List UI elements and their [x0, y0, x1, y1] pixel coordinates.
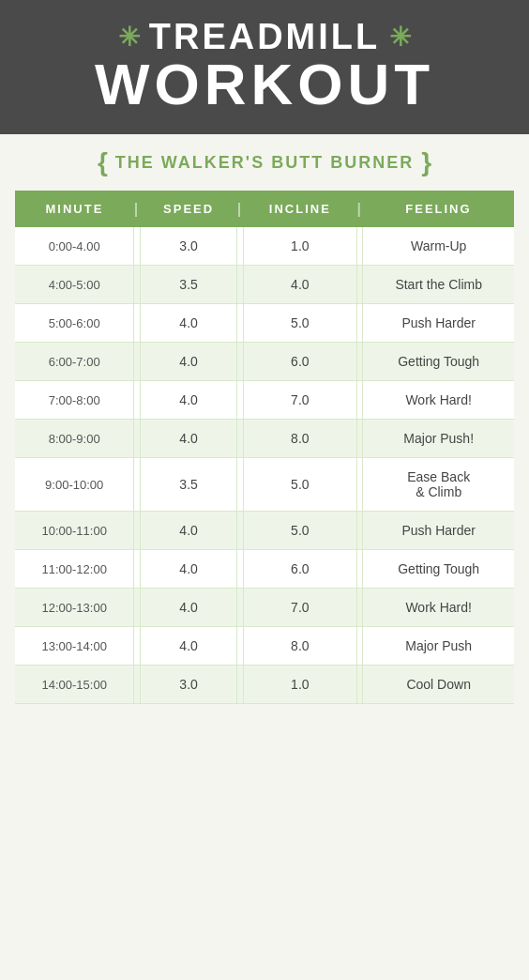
table-row: 8:00-9:004.08.0Major Push! [15, 420, 514, 458]
cell-feeling: Start the Climb [363, 266, 514, 304]
cell-incline: 6.0 [243, 343, 356, 381]
table-row: 4:00-5:003.54.0Start the Climb [15, 266, 514, 304]
col-minute: MINUTE [15, 191, 134, 227]
cell-incline: 1.0 [243, 227, 356, 266]
asterisk-left-icon: ✳ [118, 22, 140, 53]
cell-minute: 7:00-8:00 [15, 381, 134, 420]
cell-speed: 4.0 [140, 589, 236, 627]
cell-speed: 4.0 [140, 550, 236, 589]
cell-speed: 4.0 [140, 304, 236, 343]
table-row: 6:00-7:004.06.0Getting Tough [15, 343, 514, 381]
cell-feeling: Work Hard! [363, 381, 514, 420]
cell-minute: 4:00-5:00 [15, 266, 134, 304]
table-row: 7:00-8:004.07.0Work Hard! [15, 381, 514, 420]
subtitle-text: THE WALKER'S BUTT BURNER [115, 153, 414, 173]
workout-table: MINUTE | SPEED | INCLINE | FEELING 0:00-… [15, 191, 514, 704]
subtitle-inner: { THE WALKER'S BUTT BURNER } [19, 147, 510, 177]
workout-table-container: MINUTE | SPEED | INCLINE | FEELING 0:00-… [0, 191, 529, 723]
header-section: ✳ TREADMILL ✳ WORKOUT [0, 0, 529, 134]
cell-minute: 14:00-15:00 [15, 666, 134, 704]
cell-incline: 7.0 [243, 589, 356, 627]
cell-speed: 4.0 [140, 627, 236, 666]
table-body: 0:00-4.003.01.0Warm-Up4:00-5:003.54.0Sta… [15, 227, 514, 704]
subtitle-bar: { THE WALKER'S BUTT BURNER } [0, 134, 529, 191]
asterisk-right-icon: ✳ [389, 22, 411, 53]
cell-minute: 10:00-11:00 [15, 512, 134, 550]
cell-minute: 6:00-7:00 [15, 343, 134, 381]
table-row: 14:00-15:003.01.0Cool Down [15, 666, 514, 704]
cell-incline: 8.0 [243, 627, 356, 666]
cell-feeling: Getting Tough [363, 343, 514, 381]
cell-incline: 7.0 [243, 381, 356, 420]
cell-feeling: Getting Tough [363, 550, 514, 589]
cell-feeling: Major Push [363, 627, 514, 666]
table-row: 12:00-13:004.07.0Work Hard! [15, 589, 514, 627]
col-incline: INCLINE [243, 191, 356, 227]
cell-minute: 9:00-10:00 [15, 458, 134, 512]
cell-minute: 8:00-9:00 [15, 420, 134, 458]
col-speed: SPEED [140, 191, 236, 227]
table-row: 11:00-12:004.06.0Getting Tough [15, 550, 514, 589]
brace-left-icon: { [98, 147, 108, 177]
cell-feeling: Push Harder [363, 304, 514, 343]
cell-minute: 0:00-4.00 [15, 227, 134, 266]
table-header-row: MINUTE | SPEED | INCLINE | FEELING [15, 191, 514, 227]
cell-incline: 4.0 [243, 266, 356, 304]
table-row: 5:00-6:004.05.0Push Harder [15, 304, 514, 343]
cell-feeling: Work Hard! [363, 589, 514, 627]
cell-incline: 5.0 [243, 304, 356, 343]
table-row: 0:00-4.003.01.0Warm-Up [15, 227, 514, 266]
cell-feeling: Major Push! [363, 420, 514, 458]
title-workout: WORKOUT [19, 55, 510, 114]
cell-feeling: Cool Down [363, 666, 514, 704]
cell-feeling: Warm-Up [363, 227, 514, 266]
cell-speed: 4.0 [140, 381, 236, 420]
col-feeling: FEELING [363, 191, 514, 227]
cell-incline: 1.0 [243, 666, 356, 704]
cell-minute: 12:00-13:00 [15, 589, 134, 627]
brace-right-icon: } [421, 147, 431, 177]
table-row: 9:00-10:003.55.0Ease Back & Climb [15, 458, 514, 512]
cell-feeling: Ease Back & Climb [363, 458, 514, 512]
cell-minute: 5:00-6:00 [15, 304, 134, 343]
cell-incline: 5.0 [243, 458, 356, 512]
cell-speed: 4.0 [140, 512, 236, 550]
table-row: 10:00-11:004.05.0Push Harder [15, 512, 514, 550]
cell-incline: 6.0 [243, 550, 356, 589]
cell-minute: 11:00-12:00 [15, 550, 134, 589]
cell-speed: 4.0 [140, 343, 236, 381]
cell-incline: 8.0 [243, 420, 356, 458]
cell-speed: 3.0 [140, 227, 236, 266]
cell-speed: 4.0 [140, 420, 236, 458]
cell-speed: 3.5 [140, 266, 236, 304]
cell-speed: 3.5 [140, 458, 236, 512]
cell-feeling: Push Harder [363, 512, 514, 550]
cell-minute: 13:00-14:00 [15, 627, 134, 666]
table-row: 13:00-14:004.08.0Major Push [15, 627, 514, 666]
cell-incline: 5.0 [243, 512, 356, 550]
cell-speed: 3.0 [140, 666, 236, 704]
